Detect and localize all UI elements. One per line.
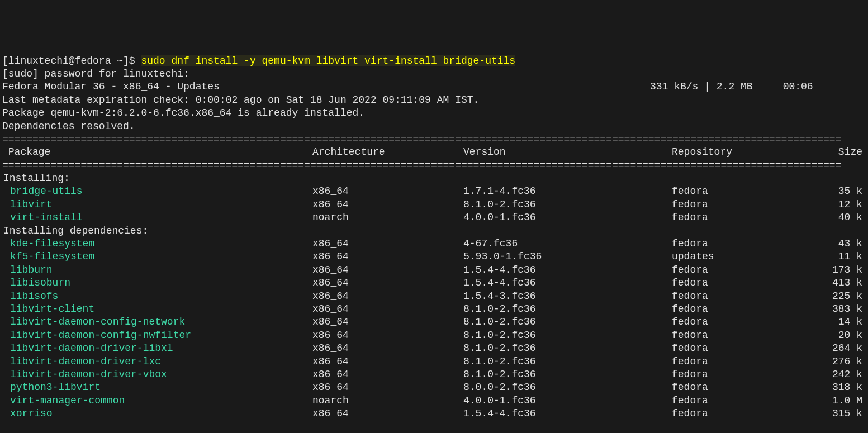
pkg-repo: fedora bbox=[672, 185, 826, 198]
prompt-prefix: [linuxtechi@fedora ~]$ sudo dnf install … bbox=[2, 55, 515, 66]
sudo-prompt: [sudo] password for linuxtechi: bbox=[2, 68, 189, 79]
pkg-name: kf5-filesystem bbox=[2, 250, 312, 263]
pkg-size: 264 k bbox=[826, 342, 862, 355]
pkg-arch: x86_64 bbox=[312, 250, 463, 263]
repo-status-row: Fedora Modular 36 - x86_64 - Updates331 … bbox=[2, 80, 866, 93]
pkg-name: libvirt-daemon-config-network bbox=[2, 316, 312, 329]
repo-name: Fedora Modular 36 - x86_64 - Updates bbox=[2, 80, 650, 93]
table-row: libisofsx86_641.5.4-3.fc36fedora225 k bbox=[2, 290, 866, 303]
pkg-size: 315 k bbox=[826, 407, 862, 420]
header-package: Package bbox=[2, 146, 312, 159]
pkg-name: bridge-utils bbox=[2, 185, 312, 198]
pkg-arch: x86_64 bbox=[312, 316, 463, 329]
installing-section: Installing: bbox=[2, 173, 70, 184]
pkg-version: 8.1.0-2.fc36 bbox=[463, 303, 672, 316]
pkg-size: 383 k bbox=[826, 303, 862, 316]
header-version: Version bbox=[463, 146, 672, 159]
pkg-name: xorriso bbox=[2, 407, 312, 420]
pkg-arch: noarch bbox=[312, 394, 463, 407]
pkg-version: 4.0.0-1.fc36 bbox=[463, 211, 672, 224]
pkg-name: libvirt-daemon-driver-libxl bbox=[2, 342, 312, 355]
pkg-arch: x86_64 bbox=[312, 329, 463, 342]
pkg-repo: fedora bbox=[672, 368, 826, 381]
divider-top: ========================================… bbox=[2, 133, 866, 146]
pkg-arch: x86_64 bbox=[312, 264, 463, 277]
pkg-arch: x86_64 bbox=[312, 185, 463, 198]
table-row: libvirt-daemon-driver-libxlx86_648.1.0-2… bbox=[2, 342, 866, 355]
pkg-version: 1.5.4-4.fc36 bbox=[463, 264, 672, 277]
pkg-size: 1.0 M bbox=[826, 394, 862, 407]
pkg-version: 8.1.0-2.fc36 bbox=[463, 342, 672, 355]
pkg-size: 225 k bbox=[826, 290, 862, 303]
table-row: libvirt-daemon-driver-lxcx86_648.1.0-2.f… bbox=[2, 355, 866, 368]
header-arch: Architecture bbox=[312, 146, 463, 159]
pkg-version: 1.7.1-4.fc36 bbox=[463, 185, 672, 198]
already-installed: Package qemu-kvm-2:6.2.0-6.fc36.x86_64 i… bbox=[2, 107, 364, 118]
pkg-repo: updates bbox=[672, 250, 826, 263]
pkg-arch: x86_64 bbox=[312, 277, 463, 289]
pkg-repo: fedora bbox=[672, 237, 826, 250]
pkg-size: 318 k bbox=[826, 381, 862, 394]
command-text: sudo dnf install -y qemu-kvm libvirt vir… bbox=[141, 55, 515, 66]
pkg-arch: x86_64 bbox=[312, 342, 463, 355]
metadata-check: Last metadata expiration check: 0:00:02 … bbox=[2, 94, 479, 106]
pkg-version: 8.1.0-2.fc36 bbox=[463, 355, 672, 368]
table-row: libburnx86_641.5.4-4.fc36fedora173 k bbox=[2, 264, 866, 277]
pkg-arch: x86_64 bbox=[312, 368, 463, 381]
pkg-name: libvirt-daemon-driver-lxc bbox=[2, 355, 312, 368]
pkg-arch: x86_64 bbox=[312, 198, 463, 211]
pkg-repo: fedora bbox=[672, 329, 826, 342]
pkg-version: 8.1.0-2.fc36 bbox=[463, 368, 672, 381]
table-row: libvirtx86_648.1.0-2.fc36fedora12 k bbox=[2, 198, 866, 211]
pkg-size: 173 k bbox=[826, 264, 862, 277]
pkg-repo: fedora bbox=[672, 264, 826, 277]
pkg-name: virt-install bbox=[2, 211, 312, 224]
pkg-name: virt-manager-common bbox=[2, 394, 312, 407]
table-row: bridge-utilsx86_641.7.1-4.fc36fedora35 k bbox=[2, 185, 866, 198]
table-row: kde-filesystemx86_644-67.fc36fedora43 k bbox=[2, 237, 866, 250]
table-header: PackageArchitectureVersionRepositorySize bbox=[2, 146, 866, 159]
pkg-version: 1.5.4-3.fc36 bbox=[463, 290, 672, 303]
pkg-name: python3-libvirt bbox=[2, 381, 312, 394]
pkg-version: 4.0.0-1.fc36 bbox=[463, 394, 672, 407]
table-row: virt-manager-commonnoarch4.0.0-1.fc36fed… bbox=[2, 394, 866, 407]
pkg-repo: fedora bbox=[672, 277, 826, 289]
pkg-repo: fedora bbox=[672, 394, 826, 407]
pkg-version: 8.0.0-2.fc36 bbox=[463, 381, 672, 394]
divider-header: ========================================… bbox=[2, 159, 866, 172]
header-size: Size bbox=[826, 146, 862, 159]
pkg-arch: x86_64 bbox=[312, 407, 463, 420]
pkg-arch: x86_64 bbox=[312, 355, 463, 368]
pkg-version: 4-67.fc36 bbox=[463, 237, 672, 250]
pkg-size: 413 k bbox=[826, 277, 862, 289]
pkg-arch: x86_64 bbox=[312, 237, 463, 250]
pkg-repo: fedora bbox=[672, 407, 826, 420]
pkg-repo: fedora bbox=[672, 211, 826, 224]
pkg-arch: noarch bbox=[312, 211, 463, 224]
pkg-version: 1.5.4-4.fc36 bbox=[463, 277, 672, 289]
pkg-size: 276 k bbox=[826, 355, 862, 368]
pkg-repo: fedora bbox=[672, 303, 826, 316]
pkg-size: 43 k bbox=[826, 237, 862, 250]
pkg-name: kde-filesystem bbox=[2, 237, 312, 250]
pkg-name: libisofs bbox=[2, 290, 312, 303]
table-row: python3-libvirtx86_648.0.0-2.fc36fedora3… bbox=[2, 381, 866, 394]
table-row: xorrisox86_641.5.4-4.fc36fedora315 k bbox=[2, 407, 866, 420]
pkg-size: 40 k bbox=[826, 211, 862, 224]
pkg-repo: fedora bbox=[672, 316, 826, 329]
pkg-size: 12 k bbox=[826, 198, 862, 211]
pkg-repo: fedora bbox=[672, 198, 826, 211]
pkg-name: libburn bbox=[2, 264, 312, 277]
table-row: libisoburnx86_641.5.4-4.fc36fedora413 k bbox=[2, 277, 866, 289]
pkg-version: 8.1.0-2.fc36 bbox=[463, 198, 672, 211]
pkg-name: libisoburn bbox=[2, 277, 312, 289]
header-repo: Repository bbox=[672, 146, 826, 159]
pkg-name: libvirt-daemon-config-nwfilter bbox=[2, 329, 312, 342]
table-row: libvirt-clientx86_648.1.0-2.fc36fedora38… bbox=[2, 303, 866, 316]
pkg-version: 1.5.4-4.fc36 bbox=[463, 407, 672, 420]
pkg-size: 242 k bbox=[826, 368, 862, 381]
pkg-version: 8.1.0-2.fc36 bbox=[463, 316, 672, 329]
pkg-repo: fedora bbox=[672, 290, 826, 303]
table-row: libvirt-daemon-config-nwfilterx86_648.1.… bbox=[2, 329, 866, 342]
repo-stats: 331 kB/s | 2.2 MB 00:06 bbox=[650, 80, 813, 93]
